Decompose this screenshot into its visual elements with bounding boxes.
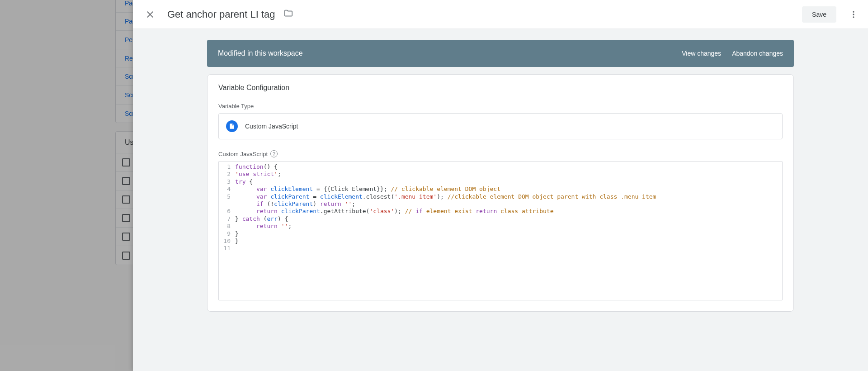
line-number: 9 [223, 230, 231, 238]
panel-title[interactable]: Get anchor parent LI tag [167, 9, 275, 20]
svg-point-3 [853, 14, 854, 15]
code-editor[interactable]: 1 2 3 4 5 6 7 8 9 10 11 function [218, 161, 783, 300]
svg-point-4 [853, 16, 854, 18]
code-gutter: 1 2 3 4 5 6 7 8 9 10 11 [219, 162, 233, 300]
line-number: 5 [223, 193, 231, 200]
variable-type-label: Variable Type [218, 103, 783, 109]
svg-point-2 [853, 11, 854, 12]
panel-body: Modified in this workspace View changes … [133, 29, 868, 323]
line-number: 3 [223, 178, 231, 186]
code-field-label: Custom JavaScript ? [218, 150, 783, 157]
workspace-banner: Modified in this workspace View changes … [207, 40, 794, 67]
banner-message: Modified in this workspace [218, 49, 303, 57]
abandon-changes-link[interactable]: Abandon changes [732, 50, 783, 57]
kebab-icon [849, 10, 858, 19]
save-button[interactable]: Save [802, 6, 836, 23]
close-button[interactable] [141, 5, 159, 24]
more-menu-button[interactable] [844, 5, 863, 24]
code-field-label-text: Custom JavaScript [218, 151, 268, 157]
line-number: 4 [223, 186, 231, 193]
line-number: 8 [223, 223, 231, 230]
variable-type-name: Custom JavaScript [245, 123, 298, 130]
line-number: 6 [223, 208, 231, 215]
variable-config-card: Variable Configuration Variable Type Cus… [207, 74, 794, 312]
view-changes-link[interactable]: View changes [682, 50, 721, 57]
line-number: 2 [223, 171, 231, 178]
close-icon [146, 10, 155, 19]
panel-scroll-area[interactable]: Modified in this workspace View changes … [133, 29, 868, 371]
line-number: 1 [223, 163, 231, 171]
folder-icon[interactable] [283, 9, 293, 20]
code-content[interactable]: function() {'use strict';try { var click… [233, 162, 782, 300]
variable-type-selector[interactable]: Custom JavaScript [218, 113, 783, 139]
card-title: Variable Configuration [218, 84, 783, 92]
custom-js-icon [226, 120, 238, 132]
panel-header: Get anchor parent LI tag Save [133, 0, 868, 29]
line-number: 11 [223, 245, 231, 252]
line-number: 10 [223, 238, 231, 245]
line-number: 7 [223, 215, 231, 223]
variable-editor-panel: Get anchor parent LI tag Save Modified i… [133, 0, 868, 371]
help-icon[interactable]: ? [270, 150, 278, 157]
